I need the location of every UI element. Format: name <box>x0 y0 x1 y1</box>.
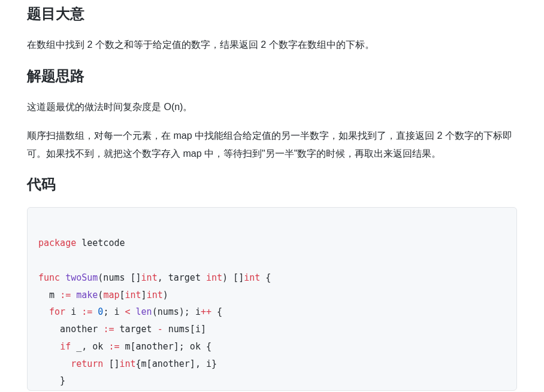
heading-meaning: 题目大意 <box>27 2 517 25</box>
paragraph-meaning: 在数组中找到 2 个数之和等于给定值的数字，结果返回 2 个数字在数组中的下标。 <box>27 36 517 54</box>
heading-approach: 解题思路 <box>27 65 517 87</box>
code-block[interactable]: package leetcode func twoSum(nums []int,… <box>27 207 517 391</box>
article-content: 题目大意 在数组中找到 2 个数之和等于给定值的数字，结果返回 2 个数字在数组… <box>0 2 544 391</box>
heading-code: 代码 <box>27 173 517 196</box>
paragraph-approach-1: 这道题最优的做法时间复杂度是 O(n)。 <box>27 98 517 116</box>
code-content: package leetcode func twoSum(nums []int,… <box>38 238 271 386</box>
paragraph-approach-2: 顺序扫描数组，对每一个元素，在 map 中找能组合给定值的另一半数字，如果找到了… <box>27 127 517 162</box>
